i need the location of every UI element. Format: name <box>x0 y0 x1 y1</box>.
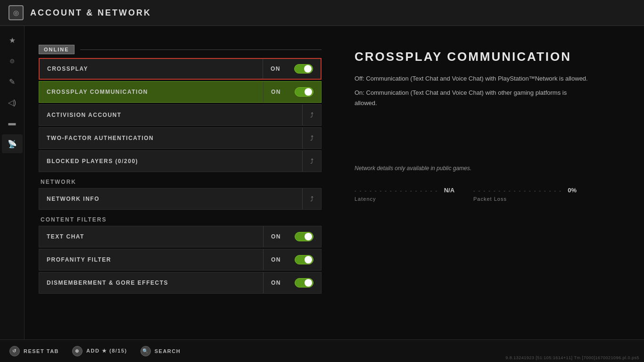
activision-account-label: ACTIVISION ACCOUNT <box>47 112 295 118</box>
two-factor-auth-label: TWO-FACTOR AUTHENTICATION <box>47 135 295 141</box>
ni-divider <box>302 189 303 209</box>
tfa-divider <box>302 128 303 148</box>
detail-title: CROSSPLAY COMMUNICATION <box>355 49 625 64</box>
crossplay-divider <box>263 59 263 79</box>
network-stats: - - - - - - - - - - - - - - - - - N/A La… <box>355 186 625 202</box>
header-icon: ◎ <box>8 5 24 20</box>
reset-tab-icon: ↺ <box>9 346 20 356</box>
sidebar-item-favorites[interactable]: ★ <box>2 31 23 49</box>
text-chat-toggle[interactable] <box>295 232 314 241</box>
network-info-link-icon: ⤴ <box>310 195 314 203</box>
page-title: ACCOUNT & NETWORK <box>30 8 151 18</box>
latency-value: N/A <box>444 187 454 194</box>
network-info-row[interactable]: NETWORK INFO ⤴ <box>39 188 322 210</box>
dismemberment-value: ON <box>271 280 290 286</box>
crossplay-toggle[interactable] <box>294 64 313 74</box>
sidebar-item-display[interactable]: ▬ <box>2 114 23 132</box>
profanity-filter-value: ON <box>271 256 290 263</box>
profanity-filter-label: PROFANITY FILTER <box>47 256 256 263</box>
latency-dashes: - - - - - - - - - - - - - - - - - <box>355 188 438 193</box>
activision-account-link-icon: ⤴ <box>310 111 314 119</box>
settings-panel: ONLINE CROSSPLAY ON CROSSPLAY COMMUNICAT… <box>25 26 336 339</box>
dismemberment-label: DISMEMBERMENT & GORE EFFECTS <box>47 280 256 286</box>
network-section-label: NETWORK <box>41 179 322 185</box>
latency-stat: - - - - - - - - - - - - - - - - - N/A La… <box>355 186 454 202</box>
online-section-line <box>80 49 322 50</box>
packet-label: Packet Loss <box>473 196 577 202</box>
latency-label: Latency <box>355 196 454 202</box>
two-factor-auth-link-icon: ⤴ <box>310 134 314 142</box>
dismemberment-toggle[interactable] <box>295 278 314 288</box>
packet-loss-stat: - - - - - - - - - - - - - - - - - - 0% P… <box>473 186 577 202</box>
crossplay-label: CROSSPLAY <box>47 66 255 72</box>
text-chat-value: ON <box>271 233 290 240</box>
online-tag: ONLINE <box>39 45 74 54</box>
tc-toggle-knob <box>305 233 312 240</box>
crossplay-communication-value: ON <box>271 89 290 95</box>
sidebar-item-edit[interactable]: ✎ <box>2 72 23 91</box>
detail-desc-2: On: Communication (Text Chat and Voice C… <box>355 88 590 108</box>
header: ◎ ACCOUNT & NETWORK <box>0 0 644 26</box>
sidebar-item-account[interactable]: 📡 <box>2 134 23 153</box>
crossplay-value: ON <box>271 66 289 72</box>
tc-divider <box>263 226 264 247</box>
blocked-players-row[interactable]: BLOCKED PLAYERS (0/200) ⤴ <box>39 150 322 172</box>
search-icon: 🔍 <box>140 346 151 356</box>
add-favorite-label: ADD ★ (8/15) <box>86 348 127 354</box>
packet-value: 0% <box>568 187 577 194</box>
pf-divider <box>263 249 264 270</box>
packet-dashes-row: - - - - - - - - - - - - - - - - - - 0% <box>473 186 577 194</box>
dge-divider <box>263 272 264 293</box>
pf-toggle-knob <box>305 256 312 263</box>
two-factor-auth-row[interactable]: TWO-FACTOR AUTHENTICATION ⤴ <box>39 127 322 149</box>
profanity-filter-toggle[interactable] <box>295 255 314 264</box>
crossplay-communication-row[interactable]: CROSSPLAY COMMUNICATION ON <box>39 81 322 103</box>
detail-network-note: Network details only available in public… <box>355 165 625 172</box>
crossplay-row[interactable]: CROSSPLAY ON <box>39 58 322 80</box>
content-filters-section-label: CONTENT FILTERS <box>41 216 322 223</box>
packet-dashes: - - - - - - - - - - - - - - - - - - <box>473 188 562 193</box>
dge-toggle-knob <box>305 279 312 287</box>
detail-panel: CROSSPLAY COMMUNICATION Off: Communicati… <box>336 26 644 339</box>
crossplay-communication-toggle[interactable] <box>295 87 314 97</box>
cc-divider <box>263 82 264 102</box>
version-info: 9.8.13241923 [51:105:1614+11] Tm [7000]1… <box>505 355 639 360</box>
online-section-header: ONLINE <box>39 45 322 54</box>
dismemberment-row[interactable]: DISMEMBERMENT & GORE EFFECTS ON <box>39 272 322 294</box>
activision-account-row[interactable]: ACTIVISION ACCOUNT ⤴ <box>39 104 322 126</box>
crossplay-communication-label: CROSSPLAY COMMUNICATION <box>47 89 256 95</box>
bp-divider <box>302 151 303 172</box>
aa-divider <box>302 105 303 125</box>
add-favorite-icon: ⊕ <box>72 346 83 356</box>
latency-dashes-row: - - - - - - - - - - - - - - - - - N/A <box>355 186 454 194</box>
text-chat-label: TEXT CHAT <box>47 233 256 240</box>
blocked-players-label: BLOCKED PLAYERS (0/200) <box>47 158 295 165</box>
main-content: ONLINE CROSSPLAY ON CROSSPLAY COMMUNICAT… <box>25 26 644 339</box>
network-info-label: NETWORK INFO <box>47 196 295 202</box>
search-label: SEARCH <box>155 348 181 354</box>
blocked-players-link-icon: ⤴ <box>310 157 314 165</box>
crossplay-toggle-knob <box>304 65 312 73</box>
cc-toggle-knob <box>305 88 312 96</box>
reset-tab-label: RESET TAB <box>24 348 59 354</box>
text-chat-row[interactable]: TEXT CHAT ON <box>39 226 322 247</box>
reset-tab-button[interactable]: ↺ RESET TAB <box>9 346 59 356</box>
sidebar-item-controller[interactable]: ⌾ <box>2 51 23 70</box>
search-button[interactable]: 🔍 SEARCH <box>140 346 181 356</box>
sidebar-item-audio[interactable]: ◁) <box>2 93 23 112</box>
detail-desc-1: Off: Communication (Text Chat and Voice … <box>355 74 590 84</box>
sidebar: ★ ⌾ ✎ ◁) ▬ 📡 <box>0 26 25 339</box>
profanity-filter-row[interactable]: PROFANITY FILTER ON <box>39 249 322 271</box>
add-favorite-button[interactable]: ⊕ ADD ★ (8/15) <box>72 346 127 356</box>
